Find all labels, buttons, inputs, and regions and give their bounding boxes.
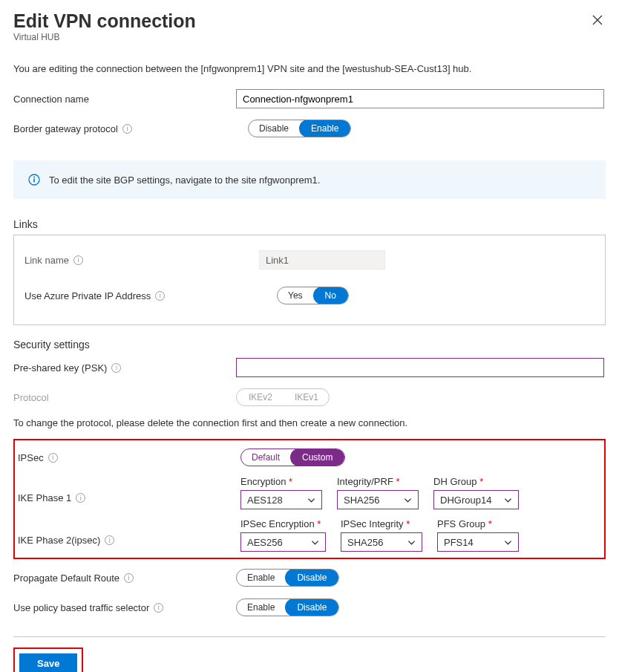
links-heading: Links — [13, 218, 606, 230]
ike-phase1-label: IKE Phase 1 — [18, 492, 71, 503]
save-button[interactable]: Save — [19, 653, 77, 672]
phase1-enc-label: Encryption — [240, 476, 286, 487]
bgp-enable-option[interactable]: Enable — [299, 120, 350, 137]
info-icon — [28, 174, 40, 186]
phase2-int-value: SHA256 — [347, 537, 383, 548]
ipsec-default-option[interactable]: Default — [241, 448, 290, 466]
ipsec-label: IPSec — [18, 452, 44, 463]
chevron-down-icon — [407, 538, 416, 547]
phase1-dh-value: DHGroup14 — [440, 495, 491, 506]
info-icon[interactable]: i — [122, 124, 132, 134]
phase2-enc-value: AES256 — [247, 537, 283, 548]
phase2-enc-label: IPSec Encryption — [240, 518, 315, 529]
bgp-info-banner: To edit the site BGP settings, navigate … — [13, 160, 606, 199]
policyts-enable-option[interactable]: Enable — [237, 598, 285, 616]
bgp-toggle[interactable]: Disable Enable — [248, 120, 351, 137]
description-text: You are editing the connection between t… — [13, 63, 606, 74]
info-icon[interactable]: i — [105, 535, 114, 545]
connection-name-input[interactable] — [236, 89, 604, 108]
chevron-down-icon — [504, 538, 512, 547]
protocol-toggle: IKEv2 IKEv1 — [236, 388, 330, 406]
protocol-ikev1-option: IKEv1 — [284, 388, 329, 406]
phase1-enc-select[interactable]: AES128 — [240, 490, 322, 509]
propagate-label: Propagate Default Route — [13, 572, 119, 584]
psk-label: Pre-shared key (PSK) — [13, 362, 107, 373]
private-ip-yes-option[interactable]: Yes — [278, 287, 313, 304]
link-name-label: Link name — [24, 255, 69, 266]
links-box: Link name i Use Azure Private IP Address… — [13, 235, 606, 325]
ipsec-toggle[interactable]: Default Custom — [240, 448, 345, 466]
info-icon[interactable]: i — [76, 493, 85, 503]
link-name-input — [259, 250, 385, 270]
info-icon[interactable]: i — [111, 363, 121, 373]
close-icon — [592, 15, 603, 25]
page-title: Edit VPN connection — [13, 10, 606, 32]
phase1-dh-label: DH Group — [433, 476, 477, 487]
chevron-down-icon — [307, 496, 315, 504]
bgp-info-text: To edit the site BGP settings, navigate … — [49, 174, 320, 186]
private-ip-toggle[interactable]: Yes No — [277, 287, 349, 304]
phase1-int-select[interactable]: SHA256 — [337, 490, 419, 509]
phase1-dh-select[interactable]: DHGroup14 — [433, 490, 519, 509]
security-heading: Security settings — [13, 339, 606, 350]
bgp-disable-option[interactable]: Disable — [249, 120, 299, 137]
propagate-toggle[interactable]: Enable Disable — [236, 569, 339, 587]
connection-name-label: Connection name — [13, 94, 236, 105]
ipsec-custom-option[interactable]: Custom — [290, 448, 344, 466]
propagate-disable-option[interactable]: Disable — [285, 569, 338, 587]
ipsec-highlight-box: IPSec i Default Custom IKE Phase 1 i Enc… — [13, 439, 606, 559]
phase1-enc-value: AES128 — [247, 495, 283, 506]
info-icon[interactable]: i — [48, 453, 58, 463]
chevron-down-icon — [311, 538, 319, 547]
page-subtitle: Virtual HUB — [13, 32, 606, 42]
policyts-disable-option[interactable]: Disable — [285, 598, 338, 616]
propagate-enable-option[interactable]: Enable — [237, 569, 285, 587]
phase2-enc-select[interactable]: AES256 — [240, 532, 326, 552]
phase2-int-select[interactable]: SHA256 — [341, 532, 422, 552]
close-button[interactable] — [589, 12, 606, 31]
policyts-label: Use policy based traffic selector — [13, 602, 149, 613]
info-icon[interactable]: i — [155, 291, 165, 301]
phase1-int-value: SHA256 — [344, 495, 379, 506]
psk-input[interactable] — [236, 358, 604, 377]
save-highlight-box: Save — [13, 647, 83, 672]
chevron-down-icon — [504, 496, 512, 504]
phase2-pfs-value: PFS14 — [444, 537, 474, 548]
policyts-toggle[interactable]: Enable Disable — [236, 598, 339, 616]
phase2-pfs-label: PFS Group — [437, 518, 485, 529]
bgp-label: Border gateway protocol — [13, 123, 118, 134]
private-ip-no-option[interactable]: No — [313, 287, 348, 304]
protocol-label: Protocol — [13, 392, 49, 403]
info-icon[interactable]: i — [73, 255, 83, 265]
info-icon[interactable]: i — [124, 573, 134, 583]
ike-phase2-label: IKE Phase 2(ipsec) — [18, 535, 100, 546]
protocol-ikev2-option: IKEv2 — [237, 388, 284, 406]
chevron-down-icon — [404, 496, 412, 504]
private-ip-label: Use Azure Private IP Address — [24, 290, 151, 301]
phase2-int-label: IPSec Integrity — [341, 518, 404, 529]
phase2-pfs-select[interactable]: PFS14 — [437, 532, 519, 552]
info-icon[interactable]: i — [154, 603, 163, 613]
phase1-int-label: Integrity/PRF — [337, 476, 393, 487]
protocol-helper-text: To change the protocol, please delete th… — [13, 417, 606, 428]
